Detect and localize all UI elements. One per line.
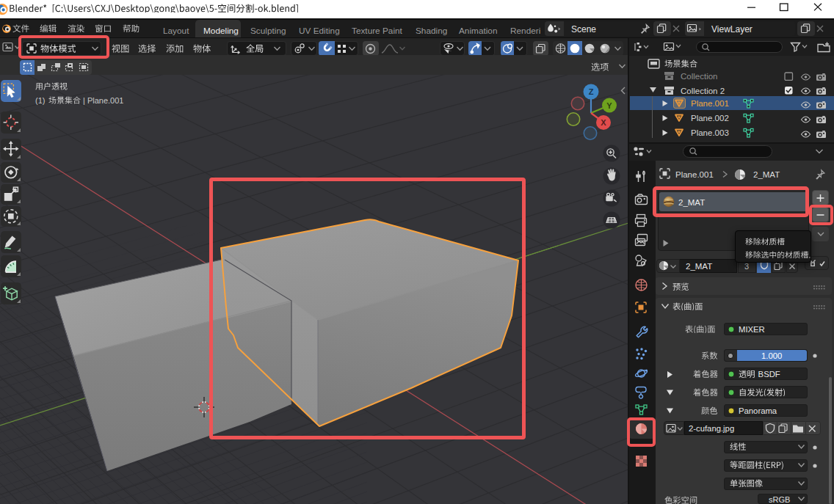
svg-text:Z: Z	[589, 87, 594, 96]
svg-text:Y: Y	[606, 101, 612, 110]
svg-text:X: X	[601, 118, 606, 127]
